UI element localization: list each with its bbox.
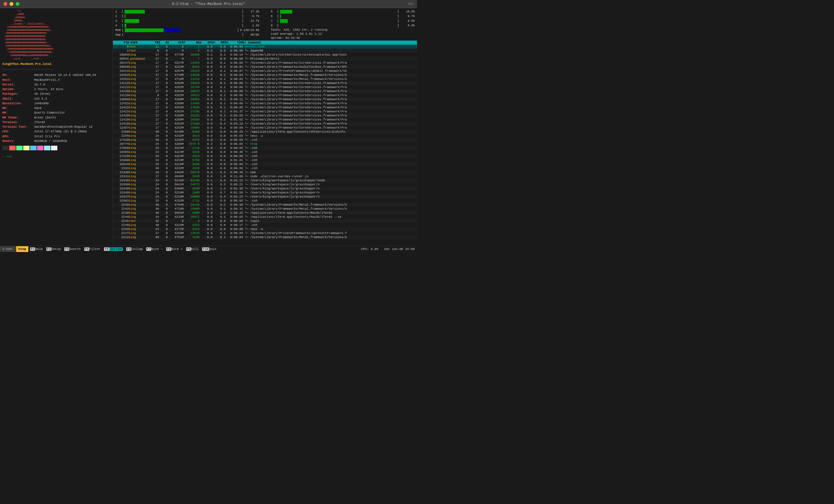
table-row[interactable]: 12307 king 17 0 4252M 16804 0.0 0.1 0:00… [113, 126, 417, 130]
table-row[interactable]: 12422 king 17 0 4252M 17836 0.0 0.1 0:00… [113, 105, 417, 109]
table-row[interactable]: 15350 king 24 0 5041M 54672 0.0 0.3 0:00… [113, 182, 417, 187]
tab-zsh[interactable]: 1:zsh- [0, 246, 16, 252]
shell-prompt: ~ <<< [2, 155, 110, 158]
table-row[interactable]: 15352 king 17 0 4744M 13520 0.0 0.1 0:00… [113, 73, 417, 77]
ascii-art: 'c. ,xNMM. .OMMMMo OMMM0, .;loddo:' lool… [2, 10, 110, 61]
shell-tabs: 1:zsh- htop [0, 246, 28, 252]
table-row[interactable]: 2227 king 17 0 4259M 13544 0.0 0.1 0:00.… [113, 231, 417, 235]
statusbar-btn-sorted[interactable]: F5Sorted [102, 246, 125, 252]
table-row[interactable]: 15348 king 24 0 5226M 108M 0.0 0.7 0:02.… [113, 191, 417, 195]
table-row[interactable]: 14119 king 8 0 4262M 16612 0.0 0.1 0:00.… [113, 93, 417, 97]
table-row[interactable]: 15351 king 17 0 4718M 11376 0.0 0.1 0:00… [113, 77, 417, 81]
table-row[interactable]: 15347 king 24 0 5210M 10880 0.0 0.5 0:03… [113, 195, 417, 199]
table-row[interactable]: 17410 king 40 0 4232M 4472 0.0 0.0 0:00.… [113, 138, 417, 142]
table-row[interactable]: 15349 king 24 0 5268M 194M 0.0 1.2 0:02.… [113, 187, 417, 191]
neofetch-rows: OS:macOS Mojave 10.14.6 18G103 x86_64Hos… [2, 73, 110, 144]
header-res: RES [185, 41, 201, 44]
color-swatches [2, 146, 110, 150]
statusbar-btn-nice -[interactable]: F7Nice - [145, 246, 164, 252]
swatch-1 [2, 146, 9, 150]
cpu6-bar [280, 15, 396, 18]
tab-htop[interactable]: htop [16, 246, 28, 252]
table-row[interactable]: 20774 king 24 0 4206M 3576 R 0.3 0.0 0:0… [113, 142, 417, 146]
uptime-info: Uptime: 02:33:36 [271, 36, 415, 40]
statusbar-btn-kill[interactable]: F9Kill [184, 246, 201, 252]
cpu1-bar [125, 10, 240, 14]
table-row[interactable]: 1 root 8 0 0 0 0.0 0.0 0:00.00 └─ launch… [113, 49, 417, 53]
neofetch: king@Thos-MacBook-Pro.local ------------… [2, 62, 110, 144]
swatch-6 [37, 146, 43, 150]
table-row[interactable]: 15346 king 24 0 5218M 82448 0.1 0.5 0:02… [113, 178, 417, 182]
table-row[interactable]: 14120 king 17 0 4262M 16672 0.0 0.1 0:00… [113, 89, 417, 93]
mem-bar [125, 28, 236, 32]
table-row[interactable]: 15389 king 24 0 4233M 5768 0.0 0.1 0:01.… [113, 158, 417, 162]
header-pid: PID [114, 41, 129, 44]
maximize-button[interactable] [16, 2, 19, 6]
neofetch-row: Shell:zsh 5.3 [2, 96, 110, 101]
table-row[interactable]: 2255 king 24 0 4232M 3924 0.0 0.0 0:05.0… [113, 134, 417, 138]
neofetch-title: king@Thos-MacBook-Pro.local [2, 62, 110, 66]
neofetch-row: Host:MacBookPro11,4 [2, 78, 110, 82]
table-row[interactable]: 12451 king 17 0 4260M 13496 0.0 0.1 0:00… [113, 102, 417, 105]
statusbar-btn-quit[interactable]: F10Quit [200, 246, 218, 252]
neofetch-row: Resolution:1440x900 [2, 101, 110, 106]
table-row[interactable]: 2245 root 32 0 0 0 0.0 0.0 0:00.00 └─ lo… [113, 219, 417, 223]
table-row[interactable]: 15301 king 25 0 4232M 1716 0.0 0.0 0:00.… [113, 199, 417, 203]
table-row[interactable]: 14122 king 17 0 4262M 16816 0.0 0.1 0:00… [113, 81, 417, 85]
table-row[interactable]: 12418 king 17 0 4261M 27160 0.0 0.2 0:03… [113, 122, 417, 126]
table-row[interactable]: 20147 king 17 0 4227M 13484 0.0 0.1 0:00… [113, 61, 417, 65]
table-row[interactable]: 2211 king 40 0 4751M 7140 0.0 0.1 0:00.0… [113, 235, 417, 239]
swatch-4 [23, 146, 29, 150]
statusbar-btn-search[interactable]: F3Search [63, 246, 83, 252]
table-row[interactable]: 17220 king 25 0 4224M 1616 0.0 0.0 0:00.… [113, 154, 417, 158]
statusbar-btn-nice +[interactable]: F8Nice + [164, 246, 184, 252]
statusbar-btn-collap[interactable]: F6Collap [125, 246, 145, 252]
statusbar-btn-setup[interactable]: F2Setup [45, 246, 63, 252]
table-row[interactable]: 20804 king 17 0 4773M 20000 0.1 0.1 0:00… [113, 53, 417, 57]
swatch-5 [30, 146, 37, 150]
table-row[interactable]: 20544 _windowse 17 0 0 7 0.0 0.0 0:00.08… [113, 57, 417, 61]
table-row[interactable]: 15331 king 17 0 4646M 164M 0.0 1.0 0:11.… [113, 174, 417, 178]
table-row[interactable]: 2331 king 40 0 4232M 4328 0.0 0.0 0:00.6… [113, 166, 417, 170]
cpu1-row: 1 [ ] 17.3% [115, 9, 259, 14]
statusbar-btn-help[interactable]: F1Help [28, 246, 45, 252]
proc-table-header: PID USER PRI NI VIRT RES CPU% MEM% TIME+… [113, 41, 417, 45]
cpu2-bar [125, 15, 240, 18]
table-row[interactable]: 12420 king 17 0 4260M 26292 0.0 0.2 0:03… [113, 113, 417, 117]
table-row[interactable]: 2268 king 40 0 4248M 5468 0.0 0.0 0:00.2… [113, 130, 417, 134]
table-row[interactable]: 0 root 21 0 0 7 0.0 0.0 0:00.00 kernel_t… [113, 45, 417, 49]
minimize-button[interactable] [9, 2, 13, 6]
table-row[interactable]: 2246 king 40 0 4224M 3252 0.0 0.0 0:00.1… [113, 223, 417, 227]
swatch-2 [9, 146, 16, 150]
table-row[interactable]: 2242 king 40 0 4718M 19600 0.0 0.1 0:00.… [113, 207, 417, 211]
table-row[interactable]: 15644 king 25 0 4216M 1696 0.0 0.0 0:00.… [113, 162, 417, 166]
statusbar-right: CPU: 8.0% Sat Jun-06 15:00 [361, 247, 417, 251]
cpu3-row: 3 [ ] 12.7% [115, 19, 259, 23]
table-row[interactable]: 13066 king 17 0 4260M 18052 0.0 0.1 0:00… [113, 97, 417, 102]
swatch-8 [51, 146, 57, 150]
table-row[interactable]: 2240 king 40 0 5691M 295M 3.8 1.8 2:08.2… [113, 211, 417, 215]
table-row[interactable]: 12421 king 17 0 4261M 27296 0.0 0.2 0:03… [113, 109, 417, 113]
close-button[interactable] [3, 2, 7, 6]
table-row[interactable]: 12419 king 17 0 4260M 26504 0.0 0.2 0:01… [113, 117, 417, 122]
header-pri: PRI [150, 41, 160, 44]
neofetch-row: Terminal Font:HackNerdFontCompleteM-Regu… [2, 125, 110, 129]
statusbar-btn-filter[interactable]: F4Filter [83, 246, 103, 252]
table-row[interactable]: 14121 king 17 0 4262M 16704 0.0 0.1 0:00… [113, 85, 417, 89]
table-row[interactable]: 17665 king 25 0 4224M 1716 0.0 0.0 0:00.… [113, 146, 417, 150]
table-row[interactable]: 2243 king 40 0 4764M 26148 0.0 0.2 0:00.… [113, 203, 417, 207]
table-row[interactable]: 15330 king 16 0 4492M 30576 0.0 0.2 0:00… [113, 170, 417, 174]
statusbar-buttons: F1HelpF2SetupF3SearchF4FilterF5SortedF6C… [28, 246, 219, 252]
cpu8-bar [280, 24, 396, 27]
cpu-col-right: 5 [ ] 10.5% 6 [ ] 0.7% [271, 9, 415, 40]
table-row[interactable]: 20020 king 17 0 4223M 9252 0.0 0.1 0:00.… [113, 65, 417, 69]
table-row[interactable]: 2244 king 24 0 4233M 18972 0.0 0.1 0:00.… [113, 215, 417, 219]
table-row[interactable]: 2253 king 24 0 4171M 1412 0.0 0.0 0:00.0… [113, 227, 417, 231]
load-info: Load average: 1.69 2.01 2.12 [271, 32, 415, 36]
swatch-3 [16, 146, 23, 150]
datetime: Sat Jun-06 15:00 [384, 247, 415, 251]
cpu7-bar [280, 19, 396, 23]
table-row[interactable]: 19411 king 17 0 4267M 16316 0.0 0.1 0:00… [113, 69, 417, 73]
table-row[interactable]: 16965 king 24 0 4224M 4236 0.0 0.0 0:00.… [113, 150, 417, 154]
neofetch-row: WM:Quartz Compositor [2, 110, 110, 115]
